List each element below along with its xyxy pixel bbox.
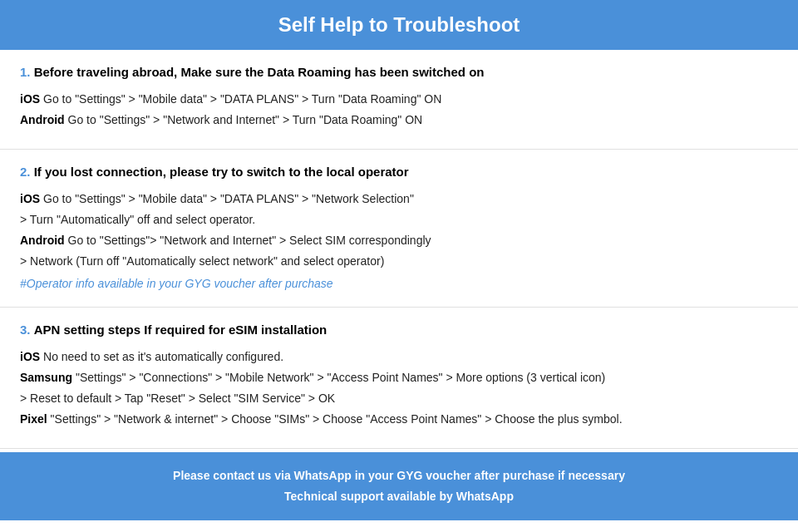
page-header: Self Help to Troubleshoot — [0, 0, 798, 50]
section-3-samsung-platform: Samsung — [20, 371, 72, 384]
section-3-samsung-continuation: > Reset to default > Tap "Reset" > Selec… — [20, 390, 778, 407]
section-2: 2. If you lost connection, please try to… — [0, 150, 798, 308]
section-1-ios-row: iOS Go to "Settings" > "Mobile data" > "… — [20, 91, 778, 108]
section-1-number: 1. — [20, 65, 31, 79]
section-2-android-platform: Android — [20, 234, 65, 247]
section-2-ios-continuation: > Turn "Automatically" off and select op… — [20, 211, 778, 229]
main-content: 1. Before traveling abroad, Make sure th… — [0, 50, 798, 449]
section-1-android-platform: Android — [20, 113, 65, 126]
section-2-note: #Operator info available in your GYG vou… — [20, 277, 778, 290]
section-1: 1. Before traveling abroad, Make sure th… — [0, 50, 798, 150]
section-2-ios-text: Go to "Settings" > "Mobile data" > "DATA… — [43, 192, 414, 205]
section-2-title-text: If you lost connection, please try to sw… — [34, 165, 409, 179]
section-3-title: 3. APN setting steps If required for eSI… — [20, 321, 778, 338]
section-3-ios-platform: iOS — [20, 350, 40, 363]
section-2-android-text: Go to "Settings"> "Network and Internet"… — [68, 234, 431, 247]
section-3-pixel-platform: Pixel — [20, 412, 47, 426]
section-2-ios-platform: iOS — [20, 192, 40, 205]
section-2-ios-row: iOS Go to "Settings" > "Mobile data" > "… — [20, 190, 778, 208]
section-3-number: 3. — [20, 323, 31, 337]
section-2-android-row: Android Go to "Settings"> "Network and I… — [20, 232, 778, 249]
section-2-number: 2. — [20, 165, 31, 179]
section-3-pixel-text: "Settings" > "Network & internet" > Choo… — [51, 412, 623, 426]
page-footer: Please contact us via WhatsApp in your G… — [0, 452, 798, 520]
section-1-title-text: Before traveling abroad, Make sure the D… — [34, 65, 485, 79]
section-1-title: 1. Before traveling abroad, Make sure th… — [20, 63, 778, 81]
section-3-samsung-row: Samsung "Settings" > "Connections" > "Mo… — [20, 369, 778, 387]
section-2-title: 2. If you lost connection, please try to… — [20, 163, 778, 180]
section-1-android-row: Android Go to "Settings" > "Network and … — [20, 111, 778, 129]
section-3-pixel-row: Pixel "Settings" > "Network & internet" … — [20, 411, 778, 428]
section-3-samsung-text: "Settings" > "Connections" > "Mobile Net… — [76, 371, 605, 384]
section-3: 3. APN setting steps If required for eSI… — [0, 308, 798, 449]
section-2-android-continuation: > Network (Turn off "Automatically selec… — [20, 253, 778, 270]
footer-line1: Please contact us via WhatsApp in your G… — [17, 466, 781, 486]
section-3-ios-row: iOS No need to set as it's automatically… — [20, 348, 778, 366]
section-3-ios-text: No need to set as it's automatically con… — [43, 350, 283, 363]
section-3-title-text: APN setting steps If required for eSIM i… — [34, 323, 328, 337]
footer-line2: Technical support available by WhatsApp — [17, 486, 781, 507]
section-1-ios-platform: iOS — [20, 92, 40, 106]
section-1-ios-text: Go to "Settings" > "Mobile data" > "DATA… — [43, 92, 441, 106]
section-1-android-text: Go to "Settings" > "Network and Internet… — [68, 113, 423, 126]
page-title: Self Help to Troubleshoot — [17, 13, 781, 37]
